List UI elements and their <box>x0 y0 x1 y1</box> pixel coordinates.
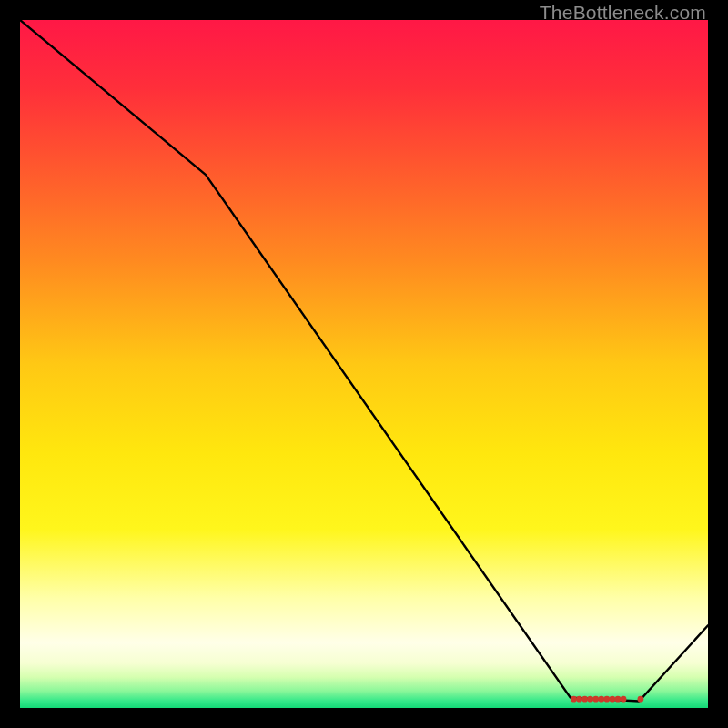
chart-marker <box>610 696 616 703</box>
chart-marker <box>581 696 588 703</box>
chart-marker <box>571 696 577 703</box>
chart-background <box>20 20 708 708</box>
chart-marker <box>615 696 622 703</box>
chart-marker <box>638 696 644 703</box>
chart-marker <box>598 696 604 703</box>
chart-marker <box>621 696 627 703</box>
chart-svg <box>20 20 708 708</box>
chart-marker <box>592 696 599 703</box>
chart-marker <box>587 696 593 703</box>
chart-marker <box>576 696 582 703</box>
chart-marker <box>603 696 610 703</box>
chart-frame <box>20 20 708 708</box>
